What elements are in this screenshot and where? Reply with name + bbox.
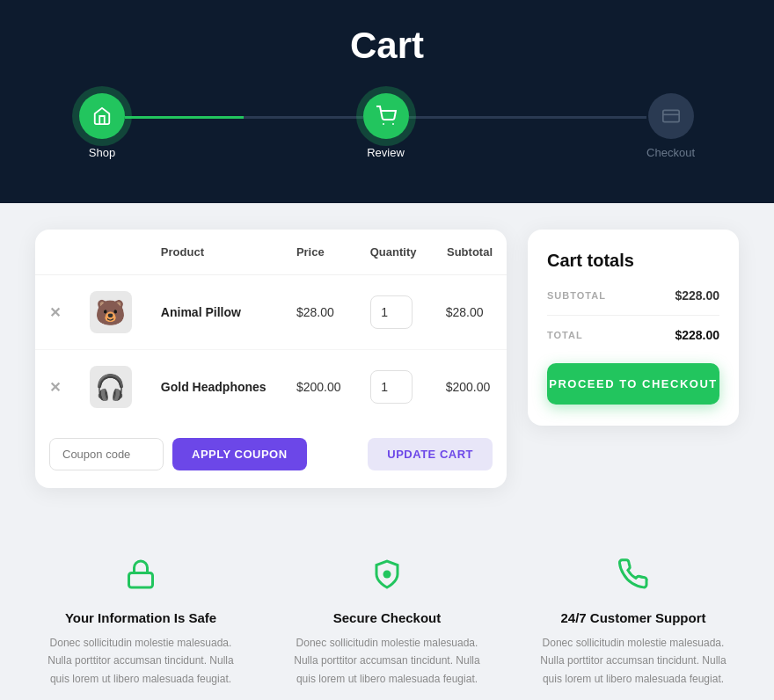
- feature-secure-checkout: Secure Checkout Donec sollicitudin moles…: [290, 558, 484, 688]
- table-row: ✕ 🐻 Animal Pillow $28.00 $28.00: [35, 275, 507, 350]
- svg-point-5: [383, 571, 391, 579]
- step-review-label: Review: [367, 146, 405, 159]
- feature-icon-secure-checkout: [371, 558, 403, 598]
- product-subtotal: $200.00: [446, 380, 491, 394]
- shield-icon: [371, 558, 403, 590]
- product-image: 🎧: [90, 366, 132, 408]
- svg-rect-2: [662, 110, 678, 121]
- cart-table: Product Price Quantity Subtotal ✕ 🐻 Anim…: [35, 230, 507, 424]
- coupon-row: APPLY COUPON UPDATE CART: [35, 424, 507, 470]
- product-name: Gold Headphones: [161, 380, 267, 394]
- col-quantity: Quantity: [356, 230, 432, 275]
- total-label: TOTAL: [547, 330, 583, 340]
- step-review-circle: [363, 93, 409, 139]
- col-subtotal: Subtotal: [432, 230, 507, 275]
- main-content: Product Price Quantity Subtotal ✕ 🐻 Anim…: [0, 203, 774, 523]
- step-line-1: [125, 116, 363, 119]
- step-checkout-circle: [648, 93, 694, 139]
- total-value: $228.00: [675, 328, 719, 342]
- cart-table-container: Product Price Quantity Subtotal ✕ 🐻 Anim…: [35, 230, 507, 488]
- step-review: Review: [363, 93, 409, 159]
- lock-icon: [125, 558, 157, 590]
- step-line-2: [409, 116, 647, 119]
- col-product: Product: [147, 230, 282, 275]
- content-row: Product Price Quantity Subtotal ✕ 🐻 Anim…: [35, 230, 739, 488]
- product-name: Animal Pillow: [161, 305, 241, 319]
- feature-desc-secure-checkout: Donec sollicitudin molestie malesuada. N…: [290, 634, 484, 688]
- feature-icon-customer-support: [617, 558, 649, 598]
- shop-icon: [92, 106, 112, 126]
- quantity-input[interactable]: [370, 370, 413, 404]
- feature-customer-support: 24/7 Customer Support Donec sollicitudin…: [537, 558, 730, 688]
- cart-totals-title: Cart totals: [547, 251, 719, 271]
- step-shop: Shop: [79, 93, 125, 159]
- svg-point-1: [392, 123, 394, 125]
- feature-title-customer-support: 24/7 Customer Support: [560, 610, 705, 625]
- cart-icon: [376, 106, 397, 127]
- update-cart-button[interactable]: UPDATE CART: [368, 438, 493, 470]
- step-checkout: Checkout: [646, 93, 695, 159]
- totals-divider: [547, 315, 719, 316]
- feature-title-safe-info: Your Information Is Safe: [65, 610, 216, 625]
- feature-icon-safe-info: [125, 558, 157, 598]
- table-row: ✕ 🎧 Gold Headphones $200.00 $200.00: [35, 350, 507, 425]
- quantity-input[interactable]: [370, 295, 413, 329]
- subtotal-row: SUBTOTAL $228.00: [547, 288, 719, 303]
- step-shop-label: Shop: [89, 146, 115, 159]
- page-header: Cart Shop Review: [0, 0, 774, 203]
- coupon-left: APPLY COUPON: [49, 438, 307, 470]
- page-title: Cart: [0, 25, 774, 67]
- subtotal-value: $228.00: [675, 288, 719, 303]
- remove-item-button[interactable]: ✕: [49, 379, 61, 396]
- table-header-row: Product Price Quantity Subtotal: [35, 230, 507, 275]
- phone-icon: [617, 558, 649, 590]
- proceed-to-checkout-button[interactable]: PROCEED TO CHECKOUT: [547, 363, 719, 405]
- col-remove: [35, 230, 76, 275]
- features-section: Your Information Is Safe Donec sollicitu…: [0, 523, 774, 696]
- progress-steps: Shop Review Checkout: [79, 93, 695, 159]
- feature-safe-info: Your Information Is Safe Donec sollicitu…: [44, 558, 237, 688]
- svg-point-0: [383, 123, 384, 125]
- col-price: Price: [282, 230, 356, 275]
- remove-item-button[interactable]: ✕: [49, 304, 61, 321]
- step-checkout-label: Checkout: [646, 146, 695, 159]
- col-image: [76, 230, 147, 275]
- cart-totals-panel: Cart totals SUBTOTAL $228.00 TOTAL $228.…: [528, 230, 739, 426]
- subtotal-label: SUBTOTAL: [547, 290, 606, 301]
- svg-rect-4: [129, 573, 153, 588]
- feature-desc-customer-support: Donec sollicitudin molestie malesuada. N…: [537, 634, 730, 688]
- product-price: $200.00: [296, 380, 341, 394]
- product-subtotal: $28.00: [446, 305, 484, 319]
- coupon-input[interactable]: [49, 438, 164, 470]
- feature-desc-safe-info: Donec sollicitudin molestie malesuada. N…: [44, 634, 237, 688]
- total-row: TOTAL $228.00: [547, 328, 719, 342]
- product-price: $28.00: [296, 305, 334, 319]
- apply-coupon-button[interactable]: APPLY COUPON: [172, 438, 307, 470]
- product-image: 🐻: [90, 291, 132, 333]
- feature-title-secure-checkout: Secure Checkout: [333, 610, 442, 625]
- card-icon: [662, 107, 680, 125]
- step-shop-circle: [79, 93, 125, 139]
